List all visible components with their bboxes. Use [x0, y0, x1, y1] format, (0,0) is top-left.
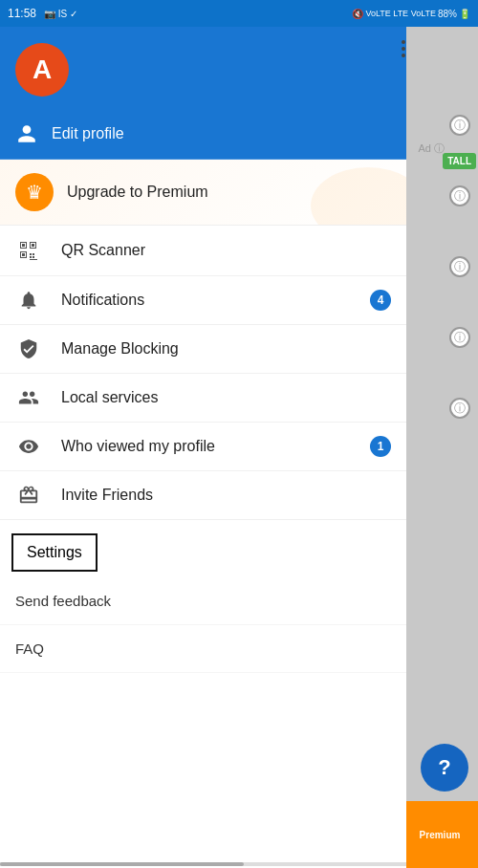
invite-label: Invite Friends — [61, 487, 391, 504]
qr-icon — [15, 239, 42, 262]
info-icon-4: ⓘ — [449, 327, 470, 348]
settings-wrapper: Settings — [0, 524, 406, 577]
faq-item[interactable]: FAQ — [0, 625, 406, 673]
scrollbar-thumb — [0, 862, 244, 866]
blocking-label: Manage Blocking — [61, 340, 391, 358]
menu-item-invite[interactable]: Invite Friends — [0, 471, 406, 520]
status-icons: 📷 IS ✓ — [44, 9, 77, 19]
shield-icon — [15, 338, 42, 359]
local-label: Local services — [61, 389, 391, 406]
menu-item-notifications[interactable]: Notifications 4 — [0, 276, 406, 325]
notifications-badge: 4 — [370, 290, 391, 311]
info-icon-3: ⓘ — [449, 256, 470, 277]
menu-item-local[interactable]: Local services — [0, 374, 406, 423]
info-icon-1: ⓘ — [449, 115, 470, 136]
status-bar: 11:58 📷 IS ✓ 🔇 VoLTE LTE VoLTE 88% 🔋 — [0, 0, 478, 27]
menu-item-views[interactable]: Who viewed my profile 1 — [0, 423, 406, 471]
menu-item-blocking[interactable]: Manage Blocking — [0, 325, 406, 374]
eye-icon — [15, 436, 42, 457]
info-icon-5: ⓘ — [449, 398, 470, 419]
drawer-header: A — [0, 27, 406, 113]
install-button[interactable]: TALL — [443, 153, 476, 169]
more-options-button[interactable] — [396, 34, 411, 63]
views-label: Who viewed my profile — [61, 438, 351, 455]
notifications-label: Notifications — [61, 292, 351, 309]
qr-label: QR Scanner — [61, 242, 391, 259]
menu-item-qr[interactable]: QR Scanner — [0, 226, 406, 276]
faq-label: FAQ — [15, 640, 44, 657]
bottom-section: Settings Send feedback FAQ — [0, 524, 406, 673]
person-icon — [15, 122, 38, 145]
edit-profile-row[interactable]: Edit profile — [0, 113, 406, 160]
question-fab[interactable]: ? — [421, 744, 468, 792]
menu-list: QR Scanner Notifications 4 Manage Blocki… — [0, 226, 406, 520]
info-icon-2: ⓘ — [449, 185, 470, 206]
gift-icon — [15, 485, 42, 506]
bell-icon — [15, 290, 42, 311]
status-right: 🔇 VoLTE LTE VoLTE 88% 🔋 — [352, 9, 470, 19]
battery-icon: 🔋 — [459, 9, 470, 19]
edit-profile-label: Edit profile — [52, 125, 124, 142]
views-badge: 1 — [370, 436, 391, 457]
battery: 88% — [438, 9, 457, 19]
settings-item[interactable]: Settings — [11, 533, 98, 572]
send-feedback-label: Send feedback — [15, 593, 111, 609]
upgrade-label: Upgrade to Premium — [67, 184, 208, 201]
premium-badge: Premium — [402, 801, 478, 868]
mute-icon: 🔇 — [352, 9, 363, 19]
settings-label: Settings — [27, 544, 82, 560]
crown-icon: ♛ — [15, 173, 54, 211]
upgrade-premium-row[interactable]: ♛ Upgrade to Premium — [0, 160, 406, 226]
signal-text: VoLTE LTE VoLTE — [365, 9, 436, 18]
send-feedback-item[interactable]: Send feedback — [0, 577, 406, 625]
scrollbar[interactable] — [0, 862, 406, 866]
local-services-icon — [15, 387, 42, 408]
status-left: 11:58 📷 IS ✓ — [8, 7, 77, 20]
navigation-drawer: A Edit profile ♛ Upgrade to Premium QR S… — [0, 27, 406, 868]
avatar: A — [15, 43, 69, 97]
time: 11:58 — [8, 7, 36, 20]
ad-label: Ad ⓘ — [418, 141, 445, 156]
